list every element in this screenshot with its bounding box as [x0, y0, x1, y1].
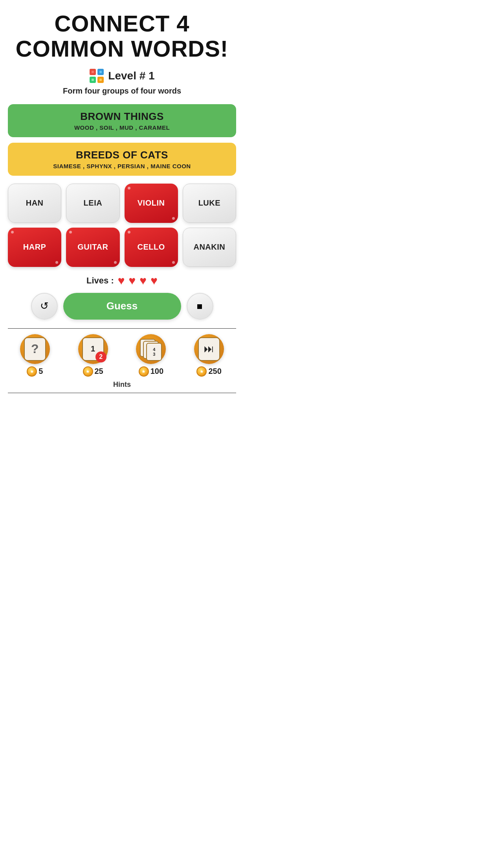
heart-1: ♥ — [118, 274, 125, 287]
hints-section: ? ★ 5 1 2 — [8, 328, 236, 393]
hint3-cost: 100 — [150, 367, 163, 376]
heart-3: ♥ — [139, 274, 147, 287]
hint2-cost-row: ★ 25 — [83, 366, 103, 377]
stack-card-3: 4 3 — [146, 343, 162, 361]
hint3-cost-row: ★ 100 — [139, 366, 163, 377]
question-mark: ? — [31, 342, 39, 356]
hint2-coin: ★ — [83, 366, 93, 377]
hint-swap-icon: 1 2 — [78, 334, 108, 364]
erase-button[interactable]: ◆ — [187, 293, 213, 320]
category-title-brown: BROWN THINGS — [16, 110, 228, 123]
swap-number2: 2 — [99, 353, 103, 360]
level-text: Level # 1 — [108, 70, 154, 82]
hint2-cost: 25 — [95, 367, 103, 376]
tile-guitar[interactable]: GUITAR — [66, 228, 119, 267]
hint-play-item[interactable]: ⏭ ★ 250 — [182, 334, 236, 377]
level-icon — [89, 68, 104, 83]
tile-cello[interactable]: CELLO — [125, 228, 178, 267]
hints-label: Hints — [8, 381, 236, 389]
tile-luke[interactable]: LUKE — [183, 184, 236, 223]
hint-stack-icon: 1 2 4 3 — [136, 334, 166, 364]
hint-question-item[interactable]: ? ★ 5 — [8, 334, 62, 377]
tile-han[interactable]: HAN — [8, 184, 61, 223]
category-title-cats: BREEDS OF CATS — [16, 149, 228, 161]
tile-anakin[interactable]: ANAKIN — [183, 228, 236, 267]
tile-violin[interactable]: VIOLIN — [125, 184, 178, 223]
svg-rect-7 — [99, 79, 102, 81]
svg-rect-5 — [99, 71, 102, 73]
swap-number1: 1 — [91, 344, 95, 353]
action-row: ↺ Guess ◆ — [8, 293, 236, 320]
word-grid: HAN LEIA VIOLIN LUKE HARP GUITAR CELLO A… — [8, 184, 236, 267]
tile-leia[interactable]: LEIA — [66, 184, 119, 223]
heart-2: ♥ — [129, 274, 136, 287]
refresh-icon: ↺ — [40, 300, 49, 312]
level-row: Level # 1 — [89, 68, 154, 83]
lives-row: Lives : ♥ ♥ ♥ ♥ — [86, 274, 158, 287]
category-card-brown: BROWN THINGS WOOD , SOIL , MUD , CARAMEL — [8, 104, 236, 137]
hint1-cost: 5 — [39, 367, 43, 376]
hint-stack-item[interactable]: 1 2 4 3 ★ 100 — [124, 334, 178, 377]
hint4-cost-row: ★ 250 — [196, 366, 221, 377]
erase-icon: ◆ — [194, 300, 205, 312]
category-card-cats: BREEDS OF CATS SIAMESE , SPHYNX , PERSIA… — [8, 143, 236, 176]
hint3-coin: ★ — [139, 366, 149, 377]
refresh-button[interactable]: ↺ — [31, 293, 58, 320]
hints-grid: ? ★ 5 1 2 — [8, 334, 236, 377]
game-subtitle: Form four groups of four words — [63, 86, 181, 96]
category-words-cats: SIAMESE , SPHYNX , PERSIAN , MAINE COON — [16, 163, 228, 169]
hint-question-icon: ? — [20, 334, 50, 364]
lives-label: Lives : — [86, 276, 114, 286]
play-icon: ⏭ — [204, 343, 214, 355]
category-words-brown: WOOD , SOIL , MUD , CARAMEL — [16, 124, 228, 131]
guess-button[interactable]: Guess — [63, 293, 181, 320]
hint-play-icon: ⏭ — [194, 334, 224, 364]
svg-rect-6 — [92, 79, 94, 81]
hint4-cost: 250 — [208, 367, 221, 376]
hint1-cost-row: ★ 5 — [27, 366, 43, 377]
hint-swap-item[interactable]: 1 2 ★ 25 — [66, 334, 120, 377]
heart-4: ♥ — [150, 274, 158, 287]
game-title: CONNECT 4COMMON WORDS! — [16, 11, 228, 61]
hint1-coin: ★ — [27, 366, 37, 377]
tile-harp[interactable]: HARP — [8, 228, 61, 267]
main-container: CONNECT 4COMMON WORDS! Level # 1 Form fo… — [0, 0, 244, 401]
hint4-coin: ★ — [196, 366, 207, 377]
svg-rect-4 — [92, 71, 94, 73]
